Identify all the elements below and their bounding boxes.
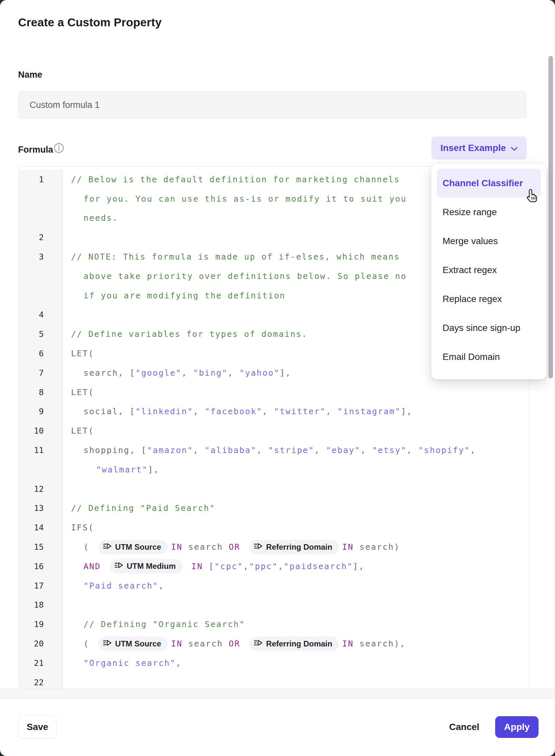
code-line: 11shopping, ["amazon", "alibaba", "strip… bbox=[19, 440, 529, 460]
code-segment-plain: , bbox=[326, 407, 337, 416]
code-segment-plain: , bbox=[193, 407, 205, 416]
code-segment-plain: , bbox=[181, 368, 193, 378]
property-chip[interactable]: Referring Domain bbox=[249, 637, 339, 651]
code-segment-comment: // Define variables for types of domains… bbox=[71, 329, 308, 339]
code-segment-string: "alibaba" bbox=[205, 445, 257, 455]
code-segment-comment: needs. bbox=[84, 213, 118, 223]
name-input[interactable]: Custom formula 1 bbox=[18, 91, 526, 118]
line-number bbox=[19, 189, 63, 208]
code-segment-plain: search) bbox=[354, 542, 400, 552]
property-chip[interactable]: UTM Source bbox=[98, 540, 168, 554]
code-text: LET( bbox=[63, 426, 529, 436]
code-segment-keyword: OR bbox=[229, 639, 240, 648]
code-line: 22 bbox=[19, 673, 529, 688]
property-chip-label: Referring Domain bbox=[266, 543, 332, 552]
code-segment-keyword: IN bbox=[342, 639, 354, 648]
code-text: shopping, ["amazon", "alibaba", "stripe"… bbox=[63, 445, 529, 455]
property-chip[interactable]: UTM Source bbox=[98, 637, 168, 651]
code-segment-plain: search bbox=[182, 542, 228, 552]
code-segment-keyword: IN bbox=[171, 542, 182, 552]
menu-item-replace-regex[interactable]: Replace regex bbox=[437, 285, 541, 314]
page-title: Create a Custom Property bbox=[18, 16, 162, 29]
property-chip-label: Referring Domain bbox=[266, 639, 332, 648]
code-segment-plain: IFS( bbox=[71, 523, 94, 532]
code-segment-plain: , bbox=[470, 445, 476, 455]
line-number: 17 bbox=[19, 576, 63, 595]
code-segment-plain: , bbox=[159, 581, 164, 591]
code-segment-plain: [ bbox=[203, 562, 214, 571]
code-segment-string: "Organic search" bbox=[84, 658, 176, 668]
code-segment-comment: // Below is the default definition for m… bbox=[71, 175, 400, 184]
code-segment-string: "paidsearch" bbox=[284, 562, 353, 571]
code-segment-comment: above take priority over definitions bel… bbox=[84, 271, 407, 281]
menu-item-email-domain[interactable]: Email Domain bbox=[437, 343, 541, 371]
code-line: 19// Defining "Organic Search" bbox=[19, 614, 529, 634]
menu-item-channel-classifier[interactable]: Channel Classifier bbox=[437, 169, 541, 198]
line-number bbox=[19, 460, 63, 479]
property-chip[interactable]: Referring Domain bbox=[249, 540, 339, 554]
code-segment-string: "ppc" bbox=[249, 562, 278, 571]
code-text: ( UTM SourceIN search OR Referring Domai… bbox=[63, 637, 529, 651]
line-number: 13 bbox=[19, 499, 63, 518]
line-number: 9 bbox=[19, 402, 63, 422]
save-button[interactable]: Save bbox=[18, 715, 57, 739]
code-segment-plain: , bbox=[176, 658, 182, 668]
insert-example-menu: Channel ClassifierResize rangeMerge valu… bbox=[431, 163, 547, 379]
line-number: 21 bbox=[19, 653, 63, 673]
code-segment-string: "google" bbox=[135, 368, 181, 378]
property-chip[interactable]: UTM Medium bbox=[110, 559, 182, 573]
code-segment-string: "Paid search" bbox=[84, 581, 159, 591]
code-segment-plain: , bbox=[193, 445, 205, 455]
line-number: 18 bbox=[19, 595, 63, 615]
code-text: LET( bbox=[63, 388, 529, 397]
line-number: 14 bbox=[19, 518, 63, 537]
property-chip-label: UTM Medium bbox=[127, 562, 176, 571]
insert-example-button[interactable]: Insert Example bbox=[431, 136, 527, 160]
code-segment-string: "walmart" bbox=[96, 465, 148, 474]
code-segment-plain: , bbox=[278, 562, 284, 571]
code-segment-string: "facebook" bbox=[205, 407, 263, 416]
code-segment-string: "etsy" bbox=[372, 445, 407, 455]
scrollbar-thumb[interactable] bbox=[548, 56, 553, 378]
cancel-button[interactable]: Cancel bbox=[444, 715, 484, 739]
line-number: 2 bbox=[19, 228, 63, 247]
code-text: "walmart"], bbox=[63, 465, 529, 474]
line-number: 3 bbox=[19, 247, 63, 267]
property-icon bbox=[254, 543, 263, 552]
property-icon bbox=[254, 639, 263, 648]
code-segment-plain: ( bbox=[84, 639, 95, 648]
code-line: 15( UTM SourceIN search OR Referring Dom… bbox=[19, 537, 529, 557]
code-segment-string: "yahoo" bbox=[239, 368, 280, 378]
code-segment-comment: // Defining "Organic Search" bbox=[84, 620, 245, 629]
create-custom-property-dialog: Create a Custom Property Name Custom for… bbox=[0, 0, 555, 756]
code-segment-plain: , bbox=[407, 445, 418, 455]
code-segment-plain bbox=[240, 639, 246, 648]
code-segment-plain: ], bbox=[280, 368, 291, 378]
code-segment-plain: , bbox=[228, 368, 239, 378]
code-line: 16AND UTM Medium IN ["cpc","ppc","paidse… bbox=[19, 557, 529, 576]
menu-item-resize-range[interactable]: Resize range bbox=[437, 198, 541, 227]
code-segment-comment: if you are modifying the definition bbox=[84, 291, 285, 301]
line-number: 1 bbox=[19, 170, 63, 189]
menu-item-extract-regex[interactable]: Extract regex bbox=[437, 255, 541, 285]
code-segment-string: "cpc" bbox=[214, 562, 243, 571]
code-segment-plain: shopping, [ bbox=[84, 445, 147, 455]
menu-item-days-since-sign-up[interactable]: Days since sign-up bbox=[437, 314, 541, 343]
line-number bbox=[19, 286, 63, 305]
code-segment-comment: // NOTE: This formula is made up of if-e… bbox=[71, 252, 400, 262]
code-segment-plain: ], bbox=[401, 407, 412, 416]
apply-button[interactable]: Apply bbox=[495, 716, 539, 738]
code-segment-plain bbox=[186, 562, 192, 571]
menu-item-merge-values[interactable]: Merge values bbox=[437, 227, 541, 255]
code-segment-plain: , bbox=[361, 445, 372, 455]
property-chip-label: UTM Source bbox=[115, 639, 161, 648]
code-segment-plain: search), bbox=[354, 639, 406, 648]
editor-bottom-strip bbox=[0, 688, 555, 699]
code-text: // Defining "Organic Search" bbox=[63, 620, 529, 629]
code-segment-plain: LET( bbox=[71, 388, 94, 397]
line-number: 19 bbox=[19, 614, 63, 634]
code-text: IFS( bbox=[63, 523, 529, 532]
code-line: 21"Organic search", bbox=[19, 653, 529, 673]
info-icon[interactable] bbox=[54, 143, 64, 153]
code-segment-string: "bing" bbox=[193, 368, 228, 378]
